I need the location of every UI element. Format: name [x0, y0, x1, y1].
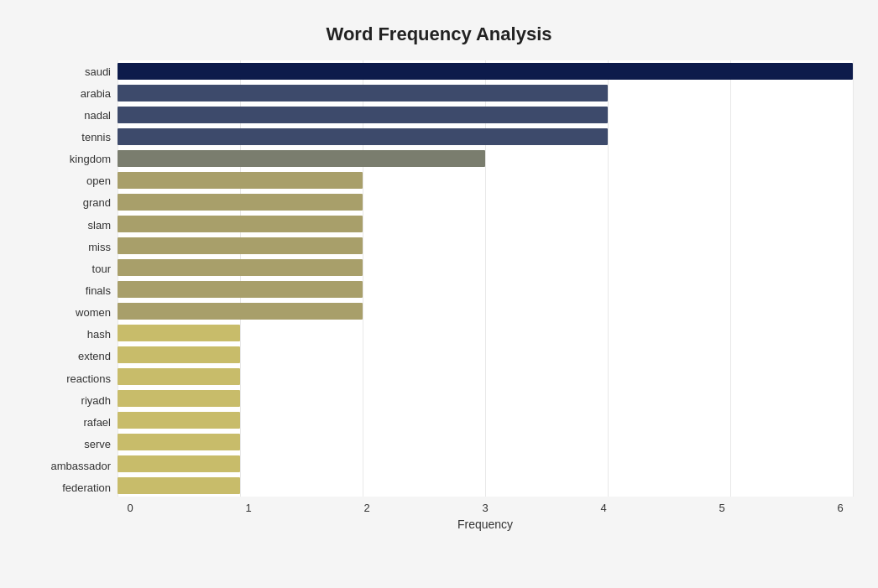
y-label: serve	[84, 433, 111, 455]
x-axis-label: Frequency	[118, 518, 853, 531]
y-label: nadal	[84, 104, 111, 126]
bar-row	[118, 344, 853, 366]
bar	[118, 412, 240, 429]
y-label: rafael	[83, 411, 111, 433]
bar-row	[118, 453, 853, 475]
bar-row	[118, 300, 853, 322]
x-tick: 5	[709, 502, 734, 514]
x-tick: 4	[591, 502, 616, 514]
x-tick: 6	[828, 502, 853, 514]
y-label: reactions	[66, 367, 111, 389]
y-label: federation	[62, 477, 111, 499]
bar-row	[118, 126, 853, 148]
bar	[118, 107, 608, 123]
y-label: extend	[78, 346, 111, 367]
y-label: slam	[88, 214, 111, 236]
x-tick: 0	[118, 502, 143, 514]
y-label: finals	[86, 279, 111, 301]
bar	[118, 63, 853, 80]
x-tick: 2	[354, 502, 379, 514]
bar-row	[118, 191, 853, 213]
bar-row	[118, 82, 853, 104]
y-label: hash	[87, 324, 111, 346]
y-axis: saudiarabianadaltenniskingdomopengrandsl…	[25, 60, 118, 523]
bar-row	[118, 475, 853, 497]
bar-row	[118, 366, 853, 388]
x-axis: 0123456	[118, 497, 853, 514]
y-label: saudi	[85, 60, 111, 82]
y-label: riyadh	[81, 389, 111, 411]
bar	[118, 216, 363, 232]
bar-row	[118, 235, 853, 257]
bar	[118, 194, 363, 211]
bar	[118, 150, 485, 167]
bar	[118, 303, 363, 320]
x-tick: 1	[236, 502, 261, 514]
bar	[118, 172, 363, 189]
bar	[118, 477, 240, 494]
bar-row	[118, 388, 853, 409]
bar-row	[118, 148, 853, 169]
bar-row	[118, 431, 853, 453]
y-label: open	[86, 170, 111, 192]
x-tick: 3	[473, 502, 498, 514]
bar-row	[118, 322, 853, 344]
chart-area: saudiarabianadaltenniskingdomopengrandsl…	[25, 60, 853, 523]
chart-container: Word Frequency Analysis saudiarabianadal…	[0, 0, 878, 588]
bar	[118, 325, 240, 341]
bar	[118, 390, 240, 407]
y-label: women	[76, 302, 111, 324]
bar	[118, 259, 363, 276]
y-label: ambassador	[50, 455, 111, 477]
bar	[118, 128, 608, 145]
y-label: miss	[88, 236, 111, 258]
plot-area: 0123456 Frequency	[118, 60, 853, 523]
y-label: tour	[92, 258, 111, 279]
bar	[118, 237, 363, 254]
bar-row	[118, 278, 853, 300]
bars-section	[118, 60, 853, 497]
grid-line	[853, 60, 854, 497]
bar-row	[118, 60, 853, 82]
bar-row	[118, 169, 853, 191]
y-label: arabia	[81, 82, 111, 104]
y-label: grand	[83, 192, 111, 214]
bar-row	[118, 257, 853, 278]
bar	[118, 85, 608, 101]
y-label: tennis	[81, 126, 111, 148]
bar	[118, 455, 240, 472]
y-label: kingdom	[70, 148, 111, 170]
bar-row	[118, 213, 853, 235]
bar	[118, 368, 240, 385]
chart-title: Word Frequency Analysis	[25, 17, 853, 45]
bar	[118, 346, 240, 363]
bar	[118, 434, 240, 450]
bar	[118, 281, 363, 298]
bar-row	[118, 104, 853, 126]
bar-row	[118, 409, 853, 431]
